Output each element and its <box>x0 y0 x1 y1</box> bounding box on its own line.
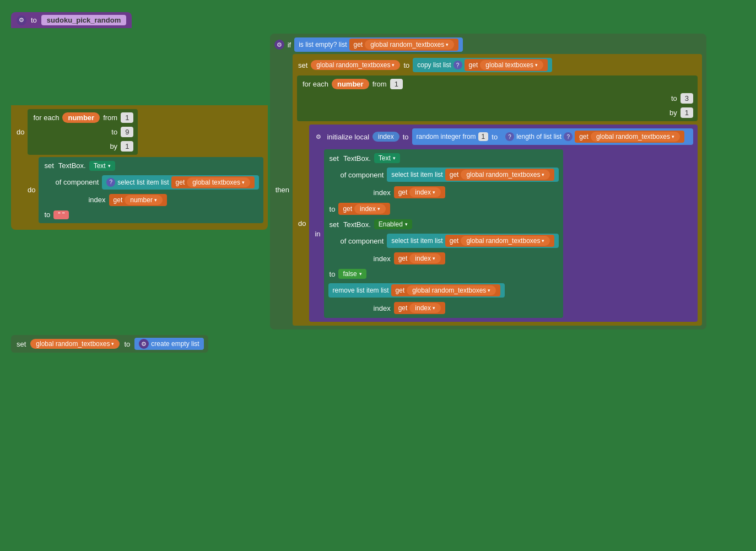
index-label-3: index <box>372 255 392 263</box>
index-var-ref-4[interactable]: index ▾ <box>409 303 441 313</box>
to-value-2[interactable]: 3 <box>681 93 693 104</box>
select-list-item-block: ? select list item list get global textb… <box>102 175 259 190</box>
index-var-ref-3[interactable]: index ▾ <box>409 253 441 263</box>
random-integer-block: random integer from 1 to ? length of lis… <box>412 128 693 145</box>
proc-name[interactable]: sudoku_pick_random <box>41 15 126 25</box>
gear-icon-list: ⚙ <box>139 339 149 349</box>
global-textboxes-var-2[interactable]: global textboxes ▾ <box>480 60 543 70</box>
index-var[interactable]: index <box>372 132 399 142</box>
then-label: then <box>274 186 290 194</box>
get-number-block: get number ▾ <box>109 194 167 206</box>
get-global-textboxes-2: get global textboxes ▾ <box>465 59 548 71</box>
do-label2: do <box>26 186 36 194</box>
set-label-3: set <box>328 154 340 163</box>
select-list-item-2: select list item list get global random_… <box>387 168 559 182</box>
set-label-bottom: set <box>15 340 27 348</box>
to-label-7: to <box>328 205 337 213</box>
gear-icon: ⚙ <box>17 15 26 25</box>
dropdown-arrow: ▾ <box>108 163 111 169</box>
number-var: number <box>62 112 100 123</box>
by-value-2[interactable]: 1 <box>681 107 693 118</box>
get-global-random-textboxes-2: get global random_textboxes ▾ <box>575 131 684 143</box>
question-icon-4: ? <box>564 132 573 141</box>
text-dropdown-2[interactable]: Text ▾ <box>374 153 400 163</box>
to-label-4: to <box>402 61 411 69</box>
global-random-textboxes-var-1[interactable]: global random_textboxes ▾ <box>365 40 454 50</box>
select-list-item-label: select list item list <box>117 179 169 186</box>
question-icon-2: ? <box>453 61 462 69</box>
from-value[interactable]: 1 <box>121 112 133 123</box>
from-label-2: from <box>371 80 388 88</box>
to-label: to <box>30 16 38 24</box>
set-label-2: set <box>297 61 309 69</box>
to-value[interactable]: 9 <box>121 127 133 137</box>
is-list-empty-block: is list empty? list get global random_te… <box>294 37 463 52</box>
of-component-label: of component <box>54 178 100 186</box>
global-random-textboxes-var-4[interactable]: global random_textboxes ▾ <box>461 236 550 246</box>
get-index-block-2: get index ▾ <box>338 203 390 215</box>
global-random-textboxes-set[interactable]: global random_textboxes ▾ <box>311 60 400 70</box>
global-random-textboxes-var-5[interactable]: global random_textboxes ▾ <box>407 285 496 295</box>
get-index-block-3: get index ▾ <box>394 252 445 264</box>
procedure-block: ⚙ to sudoku_pick_random do for each numb… <box>11 11 706 354</box>
gear-icon-if: ⚙ <box>274 40 284 50</box>
copy-list-block: copy list list ? get global textboxes ▾ <box>413 58 552 72</box>
workspace: ⚙ to sudoku_pick_random do for each numb… <box>0 0 756 365</box>
from-value-2[interactable]: 1 <box>390 79 403 89</box>
to-label-bottom: to <box>123 340 131 348</box>
to-inner-2: to <box>670 94 678 102</box>
copy-list-label: copy list list <box>417 61 451 69</box>
to-label-6: to <box>490 133 499 141</box>
get-index-block-4: get index ▾ <box>394 302 445 314</box>
to-label-8: to <box>328 270 337 278</box>
number-var-2: number <box>332 79 369 89</box>
index-label-1: index <box>87 196 106 204</box>
from-label: from <box>102 114 118 122</box>
text-dropdown[interactable]: Text ▾ <box>89 161 115 171</box>
remove-list-item-block: remove list item list get global random_… <box>328 283 505 298</box>
in-label: in <box>314 230 321 238</box>
textbox-label: TextBox. <box>57 161 87 170</box>
empty-string-val[interactable]: " " <box>53 210 69 219</box>
select-list-item-3: select list item list get global random_… <box>387 234 559 248</box>
create-empty-list-block: ⚙ create empty list <box>134 338 203 350</box>
enabled-dropdown[interactable]: Enabled ▾ <box>374 219 412 229</box>
global-random-textboxes-var-3[interactable]: global random_textboxes ▾ <box>461 170 550 180</box>
get-global-random-textboxes-3: get global random_textboxes ▾ <box>445 169 555 181</box>
do-label-3: do <box>297 219 307 228</box>
to-inner-label: to <box>110 128 118 136</box>
get-global-random-textboxes-4: get global random_textboxes ▾ <box>445 235 555 247</box>
get-global-random-textboxes-1: get global random_textboxes ▾ <box>349 39 459 51</box>
get-global-textboxes: get global textboxes ▾ <box>171 176 255 188</box>
of-component-3: of component <box>339 237 385 245</box>
by-label-2: by <box>668 109 678 117</box>
by-value[interactable]: 1 <box>121 141 133 152</box>
global-random-textboxes-bottom[interactable]: global random_textboxes ▾ <box>30 339 120 349</box>
index-var-ref-1[interactable]: index ▾ <box>409 187 441 197</box>
set-label-4: set <box>328 220 340 229</box>
index-var-ref-2[interactable]: index ▾ <box>354 204 386 214</box>
set-label: set <box>43 161 55 170</box>
do-label: do <box>15 128 25 136</box>
question-icon-3: ? <box>505 132 514 141</box>
textbox-label-3: TextBox. <box>342 220 372 229</box>
number-var-ref[interactable]: number ▾ <box>125 195 163 205</box>
index-label-2: index <box>372 188 392 197</box>
global-textboxes-var[interactable]: global textboxes ▾ <box>187 177 250 187</box>
question-icon-1: ? <box>106 178 115 187</box>
by-label: by <box>109 142 118 150</box>
get-index-block-1: get index ▾ <box>394 186 445 198</box>
length-of-list-block: ? length of list list ? get global rando… <box>501 129 689 144</box>
for-each-label: for each <box>32 114 60 122</box>
if-label: if <box>287 41 293 49</box>
gear-icon-local: ⚙ <box>314 132 323 142</box>
for-each-label-2: for each <box>301 80 330 88</box>
init-local-label: initialize local <box>326 133 370 141</box>
index-label-4: index <box>372 304 392 312</box>
false-val[interactable]: false ▾ <box>338 269 366 279</box>
get-global-random-textboxes-5: get global random_textboxes ▾ <box>391 284 501 296</box>
of-component-2: of component <box>339 171 385 179</box>
global-random-textboxes-var-2[interactable]: global random_textboxes ▾ <box>591 132 680 142</box>
to-label-3: to <box>43 210 51 219</box>
rand-from-1[interactable]: 1 <box>478 132 489 141</box>
